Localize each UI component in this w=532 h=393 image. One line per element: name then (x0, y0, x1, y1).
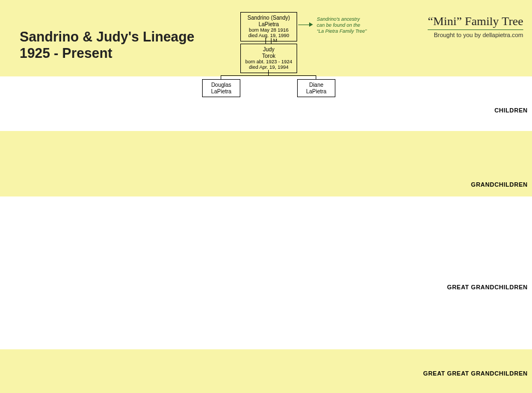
connector-line (221, 75, 221, 79)
section-label-children: CHILDREN (494, 107, 528, 114)
person-name: Diane (301, 82, 332, 88)
person-died: died Apr. 19, 1994 (244, 64, 293, 70)
arrow-line (298, 25, 309, 25)
person-name: Judy (244, 46, 293, 53)
connector-line (221, 75, 316, 76)
section-label-great-great-grandchildren: GREAT GREAT GRANDCHILDREN (423, 370, 528, 377)
person-name: Douglas (206, 82, 237, 88)
brand-subtitle: Brought to you by dellapietra.com (428, 32, 523, 38)
person-box-mother: Judy Torok born abt. 1923 - 1924 died Ap… (240, 44, 297, 73)
band-grandchildren (0, 131, 532, 196)
person-surname: LaPietra (206, 88, 237, 95)
person-surname: LaPietra (301, 88, 332, 95)
brand-block: “Mini” Family Tree Brought to you by del… (428, 14, 523, 38)
note-line: “La Pietra Family Tree” (317, 28, 367, 34)
title-line2: 1925 - Present (20, 45, 194, 61)
person-died: died Aug. 19, 1990 (244, 33, 293, 38)
connector-line (316, 75, 316, 79)
person-born: born abt. 1923 - 1924 (244, 59, 293, 64)
arrow-icon (309, 22, 313, 27)
person-name: Sandrino (Sandy) (244, 15, 293, 21)
person-box-child: Diane LaPietra (297, 79, 335, 97)
section-label-grandchildren: GRANDCHILDREN (471, 181, 528, 188)
page-title: Sandrino & Judy's Lineage 1925 - Present (20, 28, 194, 61)
person-box-father: Sandrino (Sandy) LaPietra born May 28 19… (240, 12, 297, 41)
person-box-child: Douglas LaPietra (202, 79, 240, 97)
title-line1: Sandrino & Judy's Lineage (20, 28, 194, 45)
person-born: born May 28 1916 (244, 27, 293, 33)
note-line: Sandrino's ancestry (317, 16, 367, 22)
connector-line (265, 38, 266, 44)
ancestry-note: Sandrino's ancestry can be found on the … (317, 16, 367, 34)
note-line: can be found on the (317, 22, 367, 28)
person-surname: LaPietra (244, 21, 293, 28)
person-surname: Torok (244, 53, 293, 59)
section-label-great-grandchildren: GREAT GRANDCHILDREN (447, 284, 528, 290)
connector-line (271, 38, 271, 44)
brand-title: “Mini” Family Tree (428, 14, 523, 30)
connector-line (268, 70, 269, 75)
marriage-label: M (273, 38, 277, 43)
